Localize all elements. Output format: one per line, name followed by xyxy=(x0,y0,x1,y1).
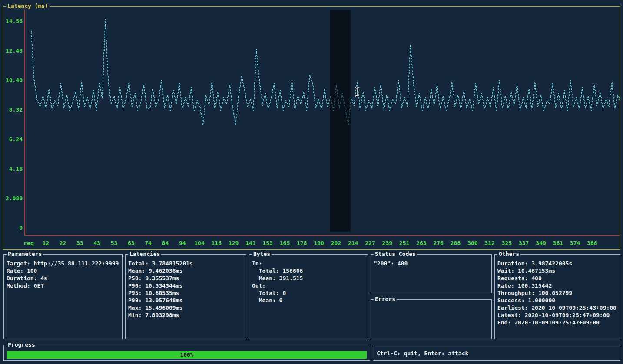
panel-title: Status Codes xyxy=(374,251,417,257)
bytes-in-header: In: xyxy=(252,260,366,267)
panel-latencies: Latencies Total: 3.784815201s Mean: 9.46… xyxy=(125,254,246,339)
bytes-in-total: Total: 156606 xyxy=(252,267,366,275)
latency-plot-area[interactable] xyxy=(3,7,620,249)
keybind-hint: Ctrl-C: quit, Enter: attack xyxy=(377,350,468,357)
selection-band xyxy=(330,10,351,232)
keybind-footer: Ctrl-C: quit, Enter: attack xyxy=(373,347,620,361)
latency-max: Max: 15.496009ms xyxy=(128,304,244,311)
panel-title: Errors xyxy=(374,296,397,302)
others-latest: Latest: 2020-10-09T09:25:47+09:00 xyxy=(497,311,618,319)
latency-min: Min: 7.893298ms xyxy=(128,311,244,319)
panel-bytes: Bytes In: Total: 156606 Mean: 391.515 Ou… xyxy=(249,254,368,339)
bytes-in-mean: Mean: 391.515 xyxy=(252,275,366,282)
others-throughput: Throughput: 100.052799 xyxy=(497,289,618,297)
status-code-200: "200": 400 xyxy=(374,260,490,267)
panel-title: Others xyxy=(497,251,520,257)
bytes-out-header: Out: xyxy=(252,282,366,289)
parameter-method: Method: GET xyxy=(7,282,120,289)
panel-title: Latencies xyxy=(128,251,161,257)
others-wait: Wait: 10.467153ms xyxy=(497,267,618,275)
panel-others: Others Duration: 3.987422005s Wait: 10.4… xyxy=(494,254,620,339)
latency-p99: P99: 13.057648ms xyxy=(128,297,244,304)
progress-panel: Progress 100% xyxy=(3,345,370,361)
others-success: Success: 1.000000 xyxy=(497,297,618,304)
panel-title: Progress xyxy=(7,341,36,348)
progress-percent-label: 100% xyxy=(180,351,193,358)
panel-title: Parameters xyxy=(7,251,43,257)
latency-chart-panel: Latency (ms) 14.5612.4810.408.326.244.16… xyxy=(3,6,620,250)
bytes-out-total: Total: 0 xyxy=(252,289,366,297)
panel-title: Bytes xyxy=(252,251,272,257)
bytes-out-mean: Mean: 0 xyxy=(252,297,366,304)
latency-p90: P90: 10.334344ms xyxy=(128,282,244,289)
others-duration: Duration: 3.987422005s xyxy=(497,260,618,267)
latency-total: Total: 3.784815201s xyxy=(128,260,244,267)
parameter-duration: Duration: 4s xyxy=(7,275,120,282)
latency-p95: P95: 10.60535ms xyxy=(128,289,244,297)
panel-parameters: Parameters Target: http://35.88.111.222:… xyxy=(3,254,123,339)
others-earliest: Earliest: 2020-10-09T09:25:43+09:00 xyxy=(497,304,618,311)
panel-errors: Errors xyxy=(371,299,492,339)
parameter-rate: Rate: 100 xyxy=(7,267,120,275)
others-rate: Rate: 100.315442 xyxy=(497,282,618,289)
parameter-target: Target: http://35.88.111.222:9999 xyxy=(7,260,120,267)
panel-status-codes: Status Codes "200": 400 xyxy=(371,254,492,293)
text-cursor-icon xyxy=(354,86,361,97)
others-requests: Requests: 400 xyxy=(497,275,618,282)
others-end: End: 2020-10-09T09:25:47+09:00 xyxy=(497,319,618,326)
latency-p50: P50: 9.355537ms xyxy=(128,275,244,282)
latency-mean: Mean: 9.462038ms xyxy=(128,267,244,275)
progress-bar-fill: 100% xyxy=(7,351,367,359)
